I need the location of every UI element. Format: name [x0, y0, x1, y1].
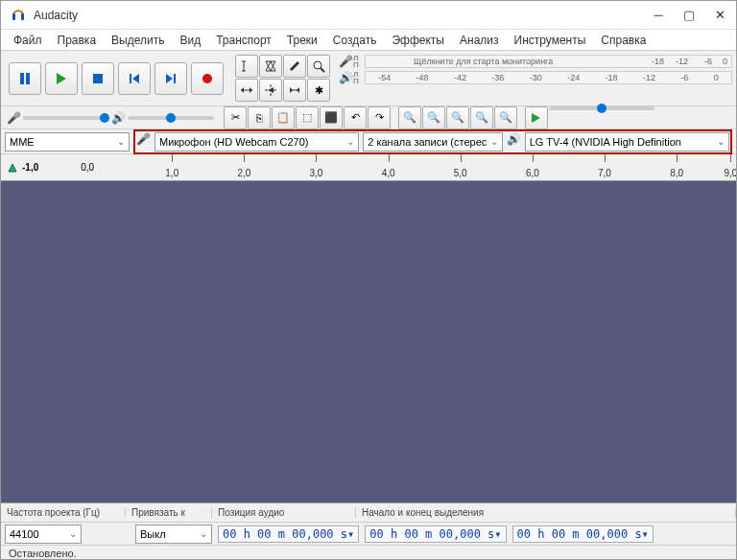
menu-effects[interactable]: Эффекты	[384, 32, 452, 49]
skip-end-button[interactable]	[155, 62, 187, 95]
pause-button[interactable]	[9, 62, 41, 95]
project-rate-label: Частота проекта (Гц)	[7, 507, 119, 518]
svg-rect-9	[174, 74, 176, 83]
transport-controls	[1, 51, 231, 105]
envelope-tool[interactable]	[259, 55, 282, 78]
zoom-tool[interactable]	[307, 55, 330, 78]
ruler-zero: 0,0	[81, 162, 94, 173]
svg-marker-14	[266, 61, 275, 71]
menu-analyze[interactable]: Анализ	[452, 32, 507, 49]
recording-meter[interactable]: Щёлкните для старта мониторинга -18 -12 …	[365, 55, 732, 68]
meter-channels: ЛП	[353, 55, 365, 68]
svg-marker-28	[297, 87, 299, 93]
menu-view[interactable]: Вид	[172, 32, 208, 49]
tools-toolbar: ✱	[231, 51, 334, 105]
svg-marker-29	[532, 113, 540, 123]
svg-marker-15	[266, 61, 275, 71]
mic-volume-icon: 🎤	[7, 111, 21, 125]
maximize-button[interactable]: ▢	[682, 9, 696, 22]
fit-selection-button[interactable]: 🔍	[446, 106, 469, 129]
input-device-icon: 🎤	[136, 132, 151, 152]
selection-label: Начало и конец выделения	[362, 507, 729, 518]
meters-panel: 🎤 ЛП Щёлкните для старта мониторинга -18…	[334, 51, 736, 105]
close-button[interactable]: ✕	[713, 9, 726, 22]
trim-button[interactable]: ⬚	[296, 106, 319, 129]
audio-host-combo[interactable]: MME	[5, 132, 130, 152]
selection-toolbar-values: 44100 Выкл 00 h 00 m 00,000 s▾ 00 h 00 m…	[1, 523, 736, 546]
zoom-out-button[interactable]: 🔍	[422, 106, 445, 129]
menu-generate[interactable]: Создать	[325, 32, 385, 49]
zoom-fit-tool[interactable]	[283, 79, 306, 102]
cut-button[interactable]: ✂	[224, 106, 247, 129]
zoom-in-button[interactable]: 🔍	[398, 106, 421, 129]
menu-transport[interactable]: Транспорт	[208, 32, 279, 49]
svg-marker-8	[166, 74, 173, 83]
tracks-area[interactable]	[1, 181, 736, 503]
svg-rect-1	[21, 13, 24, 20]
device-highlight: 🎤 Микрофон (HD Webcam C270) 2 канала зап…	[133, 129, 732, 154]
selection-toolbar-labels: Частота проекта (Гц) Привязать к Позиция…	[1, 503, 736, 523]
redo-button[interactable]: ↷	[368, 106, 391, 129]
output-device-icon: 🔊	[507, 132, 521, 152]
play-button[interactable]	[45, 62, 78, 95]
paste-button[interactable]: 📋	[272, 106, 295, 129]
draw-tool[interactable]	[283, 55, 306, 78]
menubar: Файл Правка Выделить Вид Транспорт Треки…	[1, 30, 736, 51]
status-bar: Остановлено.	[1, 546, 736, 560]
skip-start-button[interactable]	[118, 62, 151, 95]
zoom-toolbar: 🔍 🔍 🔍 🔍 🔍	[394, 106, 521, 129]
selection-start-timecode[interactable]: 00 h 00 m 00,000 s▾	[365, 525, 506, 543]
selection-tool[interactable]	[235, 55, 258, 78]
timeline-ruler[interactable]: -1,0 0,0 1,0 2,0 3,0 4,0 5,0 6,0 7,0 8,0…	[1, 154, 736, 181]
fit-project-button[interactable]: 🔍	[470, 106, 493, 129]
svg-rect-6	[130, 74, 131, 83]
minimize-button[interactable]: ─	[652, 9, 665, 22]
menu-select[interactable]: Выделить	[104, 32, 172, 49]
svg-rect-2	[20, 73, 24, 84]
copy-button[interactable]: ⎘	[248, 106, 271, 129]
device-toolbar: MME 🎤 Микрофон (HD Webcam C270) 2 канала…	[1, 129, 736, 154]
recording-channels-combo[interactable]: 2 канала записи (стерес	[363, 132, 503, 152]
timeshift-tool[interactable]	[235, 79, 258, 102]
record-button[interactable]	[191, 62, 224, 95]
zoom-toggle-button[interactable]: 🔍	[494, 106, 517, 129]
output-device-combo[interactable]: LG TV-4 (NVIDIA High Definition	[525, 132, 729, 152]
playback-volume-slider[interactable]	[128, 116, 214, 120]
window-title: Audacity	[34, 9, 652, 22]
menu-tracks[interactable]: Треки	[279, 32, 325, 49]
star-tool[interactable]: ✱	[307, 79, 330, 102]
recording-volume-slider[interactable]	[23, 116, 109, 120]
audio-position-timecode[interactable]: 00 h 00 m 00,000 s▾	[218, 525, 359, 543]
pin-icon[interactable]	[7, 162, 18, 174]
menu-file[interactable]: Файл	[6, 32, 50, 49]
project-rate-combo[interactable]: 44100	[5, 525, 82, 544]
svg-marker-20	[250, 87, 252, 93]
mixer-edit-row: 🎤 🔊 ✂ ⎘ 📋 ⬚ ⬛ ↶ ↷ 🔍 🔍 🔍 🔍 🔍	[1, 106, 736, 129]
meter-click-text: Щёлкните для старта мониторинга	[414, 57, 553, 66]
play-at-speed	[521, 106, 658, 129]
edit-toolbar: ✂ ⎘ 📋 ⬚ ⬛ ↶ ↷	[220, 106, 394, 129]
svg-marker-21	[268, 87, 273, 93]
svg-rect-0	[12, 13, 15, 20]
playback-speed-slider[interactable]	[549, 106, 654, 110]
stop-button[interactable]	[82, 62, 114, 95]
input-device-combo[interactable]: Микрофон (HD Webcam C270)	[155, 132, 359, 152]
meter-channels-out: ЛП	[353, 71, 365, 84]
snap-to-label: Привязать к	[131, 507, 205, 518]
svg-rect-5	[93, 74, 103, 83]
menu-edit[interactable]: Правка	[50, 32, 105, 49]
svg-marker-7	[132, 74, 139, 83]
menu-help[interactable]: Справка	[593, 32, 654, 49]
playback-meter[interactable]: -54 -48 -42 -36 -30 -24 -18 -12 -6 0	[365, 71, 732, 84]
silence-button[interactable]: ⬛	[320, 106, 343, 129]
snap-to-combo[interactable]: Выкл	[135, 525, 212, 544]
status-text: Остановлено.	[9, 548, 77, 559]
audio-position-label: Позиция аудио	[218, 507, 349, 518]
play-at-speed-button[interactable]	[525, 106, 548, 129]
undo-button[interactable]: ↶	[344, 106, 367, 129]
multi-tool[interactable]	[259, 79, 282, 102]
svg-marker-4	[57, 73, 66, 84]
app-icon	[11, 8, 26, 23]
menu-tools[interactable]: Инструменты	[507, 32, 594, 49]
selection-end-timecode[interactable]: 00 h 00 m 00,000 s▾	[512, 525, 654, 543]
